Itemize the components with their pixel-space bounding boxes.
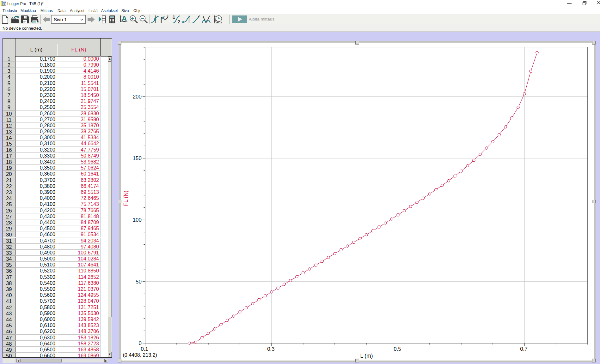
- svg-text:L (m): L (m): [360, 353, 373, 359]
- svg-text:0: 0: [138, 340, 141, 346]
- svg-text:0,3: 0,3: [267, 346, 275, 352]
- svg-text:(0,4408, 213,2): (0,4408, 213,2): [123, 352, 157, 358]
- svg-text:100: 100: [132, 217, 141, 223]
- svg-text:A: A: [122, 15, 127, 23]
- svg-text:FL (N): FL (N): [123, 191, 129, 206]
- svg-text:0,7: 0,7: [520, 346, 528, 352]
- svg-text:1: 1: [173, 15, 175, 20]
- svg-text:2: 2: [178, 19, 180, 24]
- svg-text:0,1: 0,1: [141, 346, 148, 352]
- svg-text:200: 200: [132, 94, 141, 100]
- svg-text:50: 50: [136, 279, 142, 285]
- svg-text:0,5: 0,5: [394, 346, 401, 352]
- svg-text:150: 150: [132, 155, 141, 161]
